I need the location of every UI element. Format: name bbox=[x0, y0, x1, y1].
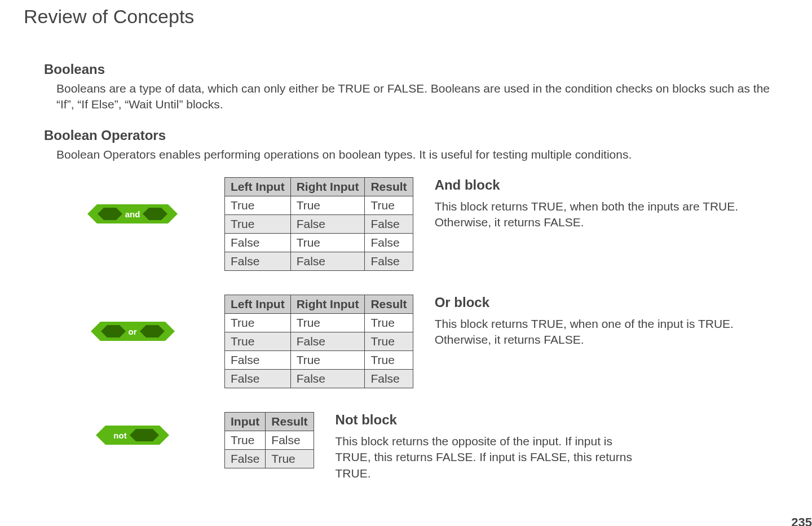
and-desc-body: This block returns TRUE, when both the i… bbox=[435, 199, 739, 231]
table-row: True False True bbox=[225, 332, 413, 351]
boolean-operators-body: Boolean Operators enables performing ope… bbox=[56, 147, 788, 163]
booleans-heading: Booleans bbox=[44, 62, 788, 77]
table-row: True False bbox=[225, 431, 314, 450]
or-table-col: Left Input Right Input Result True True … bbox=[224, 295, 413, 388]
page-title: Review of Concepts bbox=[24, 6, 788, 28]
and-th-1: Right Input bbox=[290, 178, 365, 196]
cell: True bbox=[225, 215, 291, 234]
and-right-slot-icon bbox=[149, 208, 161, 220]
or-right-slot-icon bbox=[146, 325, 158, 337]
cell: True bbox=[290, 196, 365, 215]
or-th-0: Left Input bbox=[225, 295, 291, 314]
cell: True bbox=[290, 234, 365, 252]
cell: False bbox=[225, 370, 291, 388]
table-row: True True True bbox=[225, 314, 413, 332]
table-row: False True bbox=[225, 450, 314, 468]
cell: False bbox=[290, 252, 365, 271]
and-desc-col: And block This block returns TRUE, when … bbox=[429, 177, 739, 231]
boolean-operators-heading: Boolean Operators bbox=[44, 128, 788, 143]
not-truth-table: Input Result True False False True bbox=[224, 412, 314, 468]
and-truth-table: Left Input Right Input Result True True … bbox=[224, 177, 413, 271]
table-row: False True True bbox=[225, 351, 413, 370]
cell: False bbox=[225, 252, 291, 271]
cell: False bbox=[266, 431, 314, 450]
table-row: True False False bbox=[225, 215, 413, 234]
or-left-slot-icon bbox=[107, 325, 120, 337]
not-th-1: Result bbox=[266, 413, 314, 431]
or-th-1: Right Input bbox=[290, 295, 365, 314]
and-block-label: and bbox=[125, 209, 140, 219]
cell: True bbox=[290, 314, 365, 332]
table-row: False True False bbox=[225, 234, 413, 252]
not-block-icon: not bbox=[105, 426, 159, 445]
not-block-col: not bbox=[56, 412, 209, 445]
cell: False bbox=[290, 332, 365, 351]
and-left-slot-icon bbox=[104, 208, 116, 220]
not-table-col: Input Result True False False True bbox=[224, 412, 314, 468]
cell: True bbox=[290, 351, 365, 370]
cell: True bbox=[225, 314, 291, 332]
or-th-2: Result bbox=[365, 295, 413, 314]
cell: False bbox=[365, 370, 413, 388]
cell: False bbox=[365, 215, 413, 234]
table-row: True True True bbox=[225, 196, 413, 215]
or-truth-table: Left Input Right Input Result True True … bbox=[224, 295, 413, 388]
and-block-col: and bbox=[56, 177, 209, 223]
not-th-0: Input bbox=[225, 413, 266, 431]
cell: False bbox=[225, 450, 266, 468]
not-desc-body: This block returns the opposite of the i… bbox=[336, 433, 640, 481]
cell: True bbox=[266, 450, 314, 468]
or-block-label: or bbox=[129, 327, 137, 336]
cell: False bbox=[365, 252, 413, 271]
booleans-body: Booleans are a type of data, which can o… bbox=[56, 81, 788, 113]
not-desc-heading: Not block bbox=[336, 412, 640, 428]
not-row: not Input Result True False bbox=[56, 412, 788, 481]
cell: False bbox=[290, 370, 365, 388]
or-block-col: or bbox=[56, 295, 209, 341]
or-desc-body: This block returns TRUE, when one of the… bbox=[435, 316, 739, 348]
and-desc-heading: And block bbox=[435, 177, 739, 193]
cell: True bbox=[365, 351, 413, 370]
cell: False bbox=[225, 234, 291, 252]
and-th-0: Left Input bbox=[225, 178, 291, 196]
and-table-col: Left Input Right Input Result True True … bbox=[224, 177, 413, 271]
cell: True bbox=[365, 332, 413, 351]
cell: True bbox=[365, 196, 413, 215]
cell: True bbox=[225, 196, 291, 215]
not-slot-icon bbox=[136, 429, 153, 441]
or-row: or Left Input Right Input Result True bbox=[56, 295, 788, 388]
table-row: False False False bbox=[225, 252, 413, 271]
cell: True bbox=[225, 332, 291, 351]
not-desc-col: Not block This block returns the opposit… bbox=[330, 412, 640, 481]
page-number: 235 bbox=[791, 515, 812, 526]
not-block-label: not bbox=[113, 431, 126, 440]
and-block-icon: and bbox=[97, 204, 169, 223]
or-block-icon: or bbox=[100, 322, 165, 341]
cell: False bbox=[365, 234, 413, 252]
cell: True bbox=[365, 314, 413, 332]
or-desc-col: Or block This block returns TRUE, when o… bbox=[429, 295, 739, 348]
and-row: and Left Input Right Input Result True bbox=[56, 177, 788, 271]
and-th-2: Result bbox=[365, 178, 413, 196]
table-row: False False False bbox=[225, 370, 413, 388]
cell: False bbox=[290, 215, 365, 234]
or-desc-heading: Or block bbox=[435, 295, 739, 310]
cell: False bbox=[225, 351, 291, 370]
cell: True bbox=[225, 431, 266, 450]
page: Review of Concepts Booleans Booleans are… bbox=[0, 6, 812, 526]
